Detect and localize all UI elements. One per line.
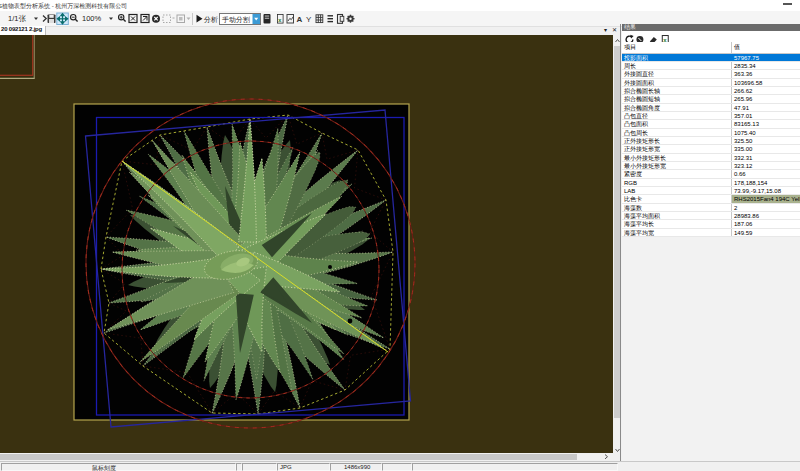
svg-text:1/1张: 1/1张 (8, 14, 26, 23)
svg-text:A: A (297, 15, 303, 24)
svg-text:Y: Y (306, 15, 312, 24)
svg-text:100%: 100% (82, 14, 102, 23)
svg-text:手动分割: 手动分割 (222, 16, 250, 23)
svg-text:分析: 分析 (203, 16, 218, 23)
